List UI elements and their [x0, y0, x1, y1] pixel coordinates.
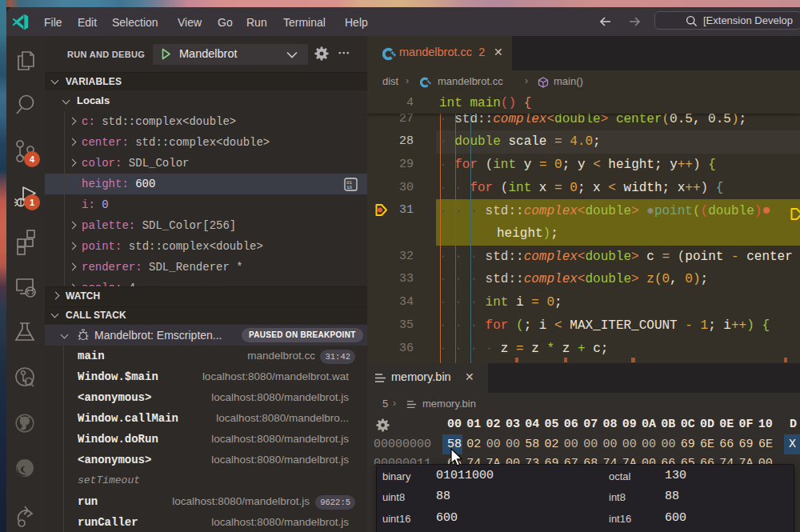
svg-text:10: 10: [346, 185, 353, 190]
